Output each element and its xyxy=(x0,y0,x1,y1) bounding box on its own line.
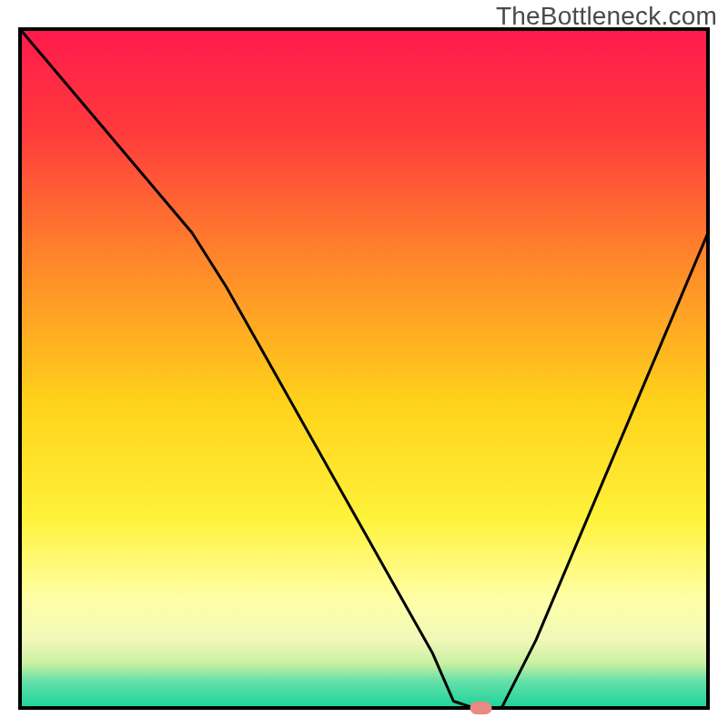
optimal-marker xyxy=(470,702,492,714)
watermark-text: TheBottleneck.com xyxy=(496,2,717,31)
gradient-background xyxy=(20,29,708,708)
chart-canvas xyxy=(0,0,728,728)
plot-area xyxy=(20,29,708,714)
bottleneck-chart: TheBottleneck.com xyxy=(0,0,728,728)
